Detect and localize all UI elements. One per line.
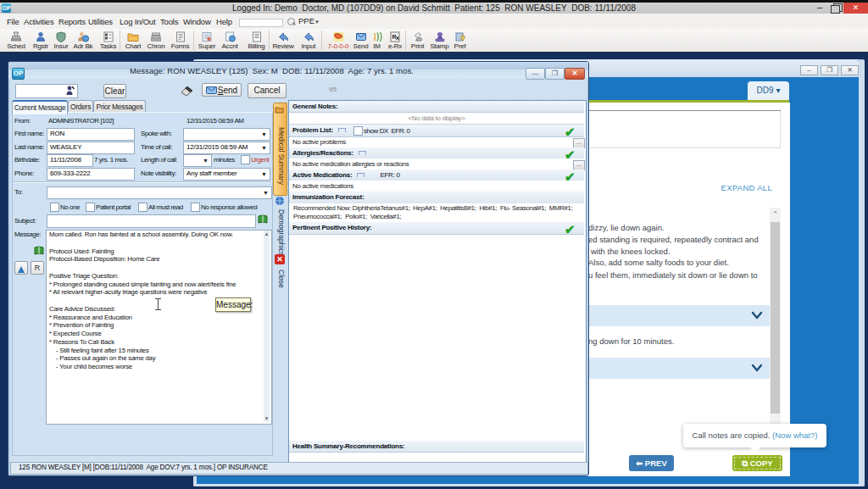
svg-text:R: R [392, 34, 397, 40]
